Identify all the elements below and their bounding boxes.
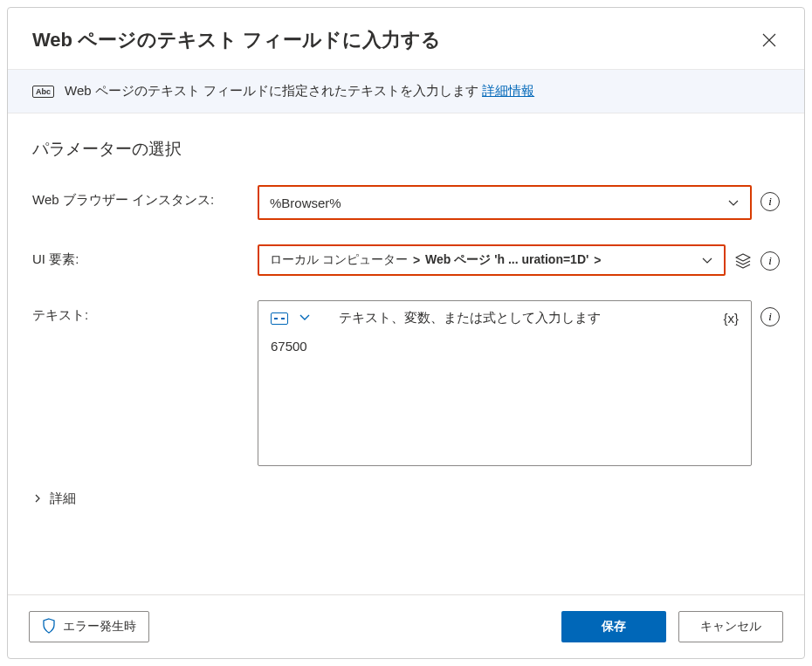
ui-element-path: ローカル コンピューター > Web ページ 'h ... uration=1D… xyxy=(270,252,701,268)
ui-element-label: UI 要素: xyxy=(32,244,258,268)
browser-select-value: %Browser% xyxy=(270,196,727,210)
dialog-title: Web ページのテキスト フィールドに入力する xyxy=(32,27,441,53)
shield-icon xyxy=(42,618,56,636)
text-row: テキスト: テキスト、変数、または式として入力します {x} 67500 i xyxy=(32,300,780,466)
browser-select[interactable]: %Browser% xyxy=(258,185,752,220)
chevron-down-icon xyxy=(727,196,740,209)
more-info-link[interactable]: 詳細情報 xyxy=(482,83,534,98)
ui-element-row: UI 要素: ローカル コンピューター > Web ページ 'h ... ura… xyxy=(32,244,780,276)
browser-label: Web ブラウザー インスタンス: xyxy=(32,185,258,209)
info-icon[interactable]: i xyxy=(760,251,780,271)
text-placeholder: テキスト、変数、または式として入力します xyxy=(339,310,712,326)
info-banner: Abc Web ページのテキスト フィールドに指定されたテキストを入力します 詳… xyxy=(8,69,804,113)
dialog-content: パラメーターの選択 Web ブラウザー インスタンス: %Browser% i … xyxy=(8,113,804,594)
dialog-footer: エラー発生時 保存 キャンセル xyxy=(8,594,804,658)
save-button[interactable]: 保存 xyxy=(561,611,666,642)
on-error-button[interactable]: エラー発生時 xyxy=(29,611,149,642)
chevron-down-icon[interactable] xyxy=(299,311,311,326)
banner-text: Web ページのテキスト フィールドに指定されたテキストを入力します 詳細情報 xyxy=(65,83,534,100)
text-value[interactable]: 67500 xyxy=(258,326,751,465)
text-type-icon[interactable] xyxy=(271,312,288,325)
chevron-right-icon xyxy=(32,491,43,506)
on-error-label: エラー発生時 xyxy=(63,619,136,635)
layers-icon[interactable] xyxy=(734,252,752,273)
text-input-box[interactable]: テキスト、変数、または式として入力します {x} 67500 xyxy=(258,300,752,466)
variable-icon[interactable]: {x} xyxy=(723,311,739,326)
cancel-button[interactable]: キャンセル xyxy=(678,611,783,642)
ui-element-select[interactable]: ローカル コンピューター > Web ページ 'h ... uration=1D… xyxy=(258,244,726,276)
section-title: パラメーターの選択 xyxy=(32,138,780,161)
advanced-toggle[interactable]: 詳細 xyxy=(32,491,780,507)
abc-icon: Abc xyxy=(32,86,54,98)
chevron-down-icon xyxy=(701,254,713,266)
close-button[interactable] xyxy=(759,30,780,51)
dialog-header: Web ページのテキスト フィールドに入力する xyxy=(8,8,804,69)
advanced-label: 詳細 xyxy=(50,491,76,507)
browser-row: Web ブラウザー インスタンス: %Browser% i xyxy=(32,185,780,220)
info-icon[interactable]: i xyxy=(760,307,780,326)
dialog: Web ページのテキスト フィールドに入力する Abc Web ページのテキスト… xyxy=(7,7,805,659)
info-icon[interactable]: i xyxy=(760,192,780,211)
text-label: テキスト: xyxy=(32,300,258,324)
text-box-header: テキスト、変数、または式として入力します {x} xyxy=(258,301,751,326)
close-icon xyxy=(762,33,776,47)
